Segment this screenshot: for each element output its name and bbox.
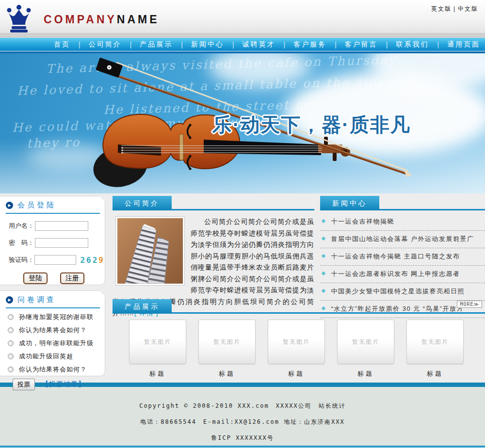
nav-item-jobs[interactable]: 诚聘英才 — [235, 40, 283, 49]
nav-separator: | — [78, 41, 81, 48]
member-login-panel: ▶ 会员登陆 用户名： 密 码： 验证码： 2629 登陆 注册 — [0, 196, 105, 285]
product-image-placeholder: 暂无图片 — [198, 320, 256, 364]
nav-separator: | — [180, 41, 184, 48]
captcha-code: 2629 — [80, 256, 105, 265]
product-image-placeholder: 暂无图片 — [337, 320, 394, 364]
register-button[interactable]: 注册 — [60, 272, 84, 284]
product-caption[interactable]: 标题 — [268, 369, 325, 378]
product-caption[interactable]: 标题 — [406, 369, 464, 378]
nav-item-about[interactable]: 公司简介 — [81, 40, 129, 49]
main-content: ▶ 会员登陆 用户名： 密 码： 验证码： 2629 登陆 注册 ▶ 问卷调查 — [0, 193, 485, 383]
product-image-placeholder: 暂无图片 — [268, 320, 325, 364]
radio-button[interactable] — [8, 340, 14, 346]
nav-separator: | — [334, 41, 338, 48]
nav-separator: | — [385, 41, 389, 48]
nav-separator: | — [129, 41, 133, 48]
radio-button[interactable] — [8, 353, 14, 359]
footer-bottom-bar — [0, 446, 485, 448]
company-intro-tab[interactable]: 公司简介 — [113, 196, 172, 210]
diamond-bullet-icon: ❖ — [321, 270, 326, 277]
nav-separator: | — [231, 41, 235, 48]
news-item[interactable]: ❖ 中国美少女暨中国模特之星选拔赛亮相日照 — [320, 283, 485, 301]
survey-option-label: 你认为结果将会如何？ — [19, 326, 87, 335]
survey-option-label: 孙继海加盟英冠的谢菲联 — [19, 313, 94, 321]
nav-item-general[interactable]: 通用页面 — [440, 40, 485, 49]
contact-line: 电话：88665544 E-mail:XX@126.com 地址：山东济南XXX — [0, 418, 485, 426]
hero-banner: The artist always visited the cafe on Th… — [0, 53, 485, 193]
product-card[interactable]: 暂无图片 标题 — [129, 320, 186, 378]
news-item[interactable]: ❖ 首届中国山地运动会落幕 户外运动发展前景广 — [320, 231, 485, 248]
diamond-bullet-icon: ❖ — [321, 217, 326, 225]
survey-option: 孙继海加盟英冠的谢菲联 — [8, 313, 105, 321]
product-caption[interactable]: 标题 — [198, 369, 256, 378]
arrow-bullet-icon: ▶ — [6, 296, 13, 304]
survey-option: 成功，明年谢菲联能升级 — [8, 339, 105, 348]
survey-header: ▶ 问卷调查 — [6, 295, 100, 308]
nav-item-home[interactable]: 首页 — [47, 40, 78, 49]
product-card[interactable]: 暂无图片 标题 — [268, 320, 325, 378]
radio-button[interactable] — [8, 367, 14, 372]
page-footer: Copyright © 2008-2010 XXX.com XXXXX公司 站长… — [0, 383, 485, 448]
company-photo — [115, 216, 185, 286]
news-item-title: 十一运会吉祥物今揭晓 主题口号随之发布 — [331, 252, 460, 261]
news-item[interactable]: ❖ 十一运会吉祥物揭晓 — [320, 213, 485, 231]
product-caption[interactable]: 标题 — [337, 369, 394, 378]
news-item[interactable]: ❖ 十一运会志愿者标识发布 网上申报志愿者 — [320, 266, 485, 283]
password-label: 密 码： — [9, 239, 35, 247]
news-header: 新闻中心 — [320, 196, 485, 210]
member-login-title: 会员登陆 — [17, 201, 56, 210]
products-section: 产品展示 MORE≫ 暂无图片 标题 暂无图片 标题 暂无图片 标题 — [113, 299, 485, 378]
site-header: 英文版|中文版 COMPANYNAME — [0, 0, 485, 38]
corner-fold — [99, 290, 105, 297]
captcha-input[interactable] — [34, 255, 76, 265]
radio-button[interactable] — [8, 327, 14, 333]
more-button[interactable]: MORE≫ — [457, 301, 482, 308]
arrow-bullet-icon: ▶ — [6, 202, 13, 209]
main-navigation: 首页 | 公司简介 | 产品展示 | 新闻中心 | 诚聘英才 | 客户服务 | … — [0, 38, 485, 51]
nav-separator: | — [436, 41, 440, 48]
news-item[interactable]: ❖ 十一运会吉祥物今揭晓 主题口号随之发布 — [320, 248, 485, 266]
login-buttons-row: 登陆 注册 — [23, 272, 105, 284]
nav-item-service[interactable]: 客户服务 — [286, 40, 334, 49]
survey-title: 问卷调查 — [17, 295, 56, 304]
nav-item-contact[interactable]: 联系我们 — [388, 40, 436, 49]
survey-option-label: 成功，明年谢菲联能升级 — [19, 339, 94, 348]
icp-line: 鲁ICP XXXXXXX号 — [0, 434, 485, 442]
company-logo-black: NAME — [117, 13, 160, 26]
product-caption[interactable]: 标题 — [129, 369, 186, 378]
radio-button[interactable] — [8, 314, 14, 320]
nav-item-news[interactable]: 新闻中心 — [184, 40, 231, 49]
product-image-placeholder: 暂无图片 — [406, 320, 464, 364]
password-input[interactable] — [35, 238, 88, 248]
nav-item-products[interactable]: 产品展示 — [132, 40, 180, 49]
survey-panel: ▶ 问卷调查 孙继海加盟英冠的谢菲联 你认为结果将会如何？ 成功，明年谢菲联能升… — [0, 290, 105, 376]
vote-results-link[interactable]: 【投票结果】 — [42, 380, 85, 389]
news-tab[interactable]: 新闻中心 — [320, 196, 379, 210]
product-card[interactable]: 暂无图片 标题 — [406, 320, 464, 378]
survey-option: 你认为结果将会如何？ — [8, 365, 105, 374]
corner-fold — [99, 196, 105, 202]
product-cards: 暂无图片 标题 暂无图片 标题 暂无图片 标题 暂无图片 标题 暂无图片 — [113, 314, 485, 378]
vote-row: 投票 【投票结果】 — [13, 379, 105, 390]
captcha-label: 验证码： — [9, 256, 34, 264]
username-row: 用户名： — [9, 221, 105, 231]
product-card[interactable]: 暂无图片 标题 — [198, 320, 256, 378]
vote-button[interactable]: 投票 — [13, 379, 35, 390]
language-switcher: 英文版|中文版 — [431, 5, 478, 13]
nav-separator: | — [283, 41, 287, 48]
lang-link-chinese[interactable]: 中文版 — [458, 5, 478, 12]
company-intro-header: 公司简介 — [113, 196, 314, 210]
news-item-title: 中国美少女暨中国模特之星选拔赛亮相日照 — [331, 287, 465, 296]
login-button[interactable]: 登陆 — [23, 272, 48, 284]
news-item-title: 十一运会吉祥物揭晓 — [331, 217, 394, 226]
username-input[interactable] — [35, 221, 88, 231]
nav-item-guestbook[interactable]: 客户留言 — [338, 40, 385, 49]
diamond-bullet-icon: ❖ — [321, 287, 326, 295]
survey-option: 你认为结果将会如何？ — [8, 326, 105, 335]
diamond-bullet-icon: ❖ — [321, 235, 326, 242]
survey-option: 成功能升级回英超 — [8, 352, 105, 361]
product-card[interactable]: 暂无图片 标题 — [337, 320, 394, 378]
products-tab[interactable]: 产品展示 — [113, 299, 172, 314]
footer-body: Copyright © 2008-2010 XXX.com XXXXX公司 站长… — [0, 387, 485, 446]
lang-link-english[interactable]: 英文版 — [431, 5, 452, 12]
